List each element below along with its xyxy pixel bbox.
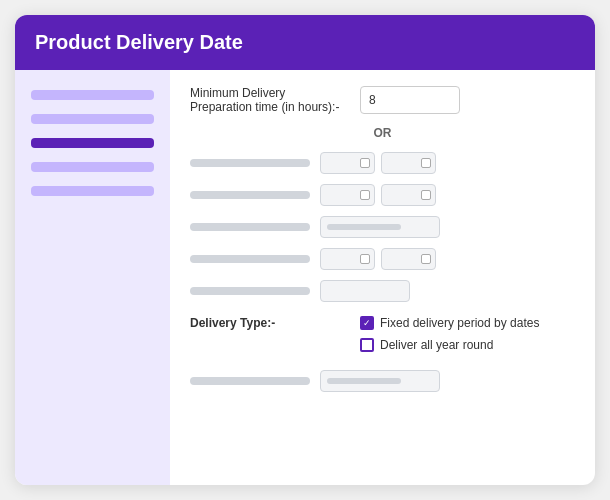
sidebar bbox=[15, 70, 170, 485]
single-input-3[interactable] bbox=[320, 216, 440, 238]
min-delivery-row: Minimum Delivery Preparation time (in ho… bbox=[190, 86, 575, 114]
card-body: Minimum Delivery Preparation time (in ho… bbox=[15, 70, 595, 485]
page-title: Product Delivery Date bbox=[35, 31, 575, 54]
min-delivery-input[interactable] bbox=[360, 86, 460, 114]
radio-all-year[interactable] bbox=[360, 338, 374, 352]
checkbox-1b bbox=[421, 158, 431, 168]
row-placeholder-4 bbox=[190, 255, 310, 263]
sidebar-item-5[interactable] bbox=[31, 186, 154, 196]
sidebar-item-1[interactable] bbox=[31, 90, 154, 100]
config-row-4 bbox=[190, 248, 575, 270]
row-placeholder-2 bbox=[190, 191, 310, 199]
inner-line-3 bbox=[327, 224, 401, 230]
last-input[interactable] bbox=[320, 370, 440, 392]
small-input-1b[interactable] bbox=[381, 152, 436, 174]
delivery-options: ✓ Fixed delivery period by dates Deliver… bbox=[360, 316, 539, 356]
delivery-option-1[interactable]: ✓ Fixed delivery period by dates bbox=[360, 316, 539, 330]
row-placeholder-5 bbox=[190, 287, 310, 295]
checkbox-1a bbox=[360, 158, 370, 168]
sidebar-item-2[interactable] bbox=[31, 114, 154, 124]
row-placeholder-last bbox=[190, 377, 310, 385]
or-divider: OR bbox=[190, 126, 575, 140]
sidebar-item-4[interactable] bbox=[31, 162, 154, 172]
main-content: Minimum Delivery Preparation time (in ho… bbox=[170, 70, 595, 485]
radio-fixed-delivery[interactable]: ✓ bbox=[360, 316, 374, 330]
delivery-option-2[interactable]: Deliver all year round bbox=[360, 338, 539, 352]
inner-line-last bbox=[327, 378, 401, 384]
config-row-3 bbox=[190, 216, 575, 238]
small-input-4a[interactable] bbox=[320, 248, 375, 270]
row-placeholder-1 bbox=[190, 159, 310, 167]
config-row-1 bbox=[190, 152, 575, 174]
card-header: Product Delivery Date bbox=[15, 15, 595, 70]
checkbox-2b bbox=[421, 190, 431, 200]
small-input-1a[interactable] bbox=[320, 152, 375, 174]
product-delivery-card: Product Delivery Date Minimum Delivery P… bbox=[15, 15, 595, 485]
checkbox-4a bbox=[360, 254, 370, 264]
delivery-type-row: Delivery Type:- ✓ Fixed delivery period … bbox=[190, 316, 575, 356]
sidebar-item-3[interactable] bbox=[31, 138, 154, 148]
check-icon: ✓ bbox=[363, 319, 371, 328]
checkbox-2a bbox=[360, 190, 370, 200]
row-placeholder-3 bbox=[190, 223, 310, 231]
small-input-2b[interactable] bbox=[381, 184, 436, 206]
single-input-5[interactable] bbox=[320, 280, 410, 302]
input-group-1a bbox=[320, 152, 436, 174]
input-group-4a bbox=[320, 248, 436, 270]
small-input-2a[interactable] bbox=[320, 184, 375, 206]
config-row-5 bbox=[190, 280, 575, 302]
delivery-option-1-label: Fixed delivery period by dates bbox=[380, 316, 539, 330]
config-row-2 bbox=[190, 184, 575, 206]
last-row bbox=[190, 370, 575, 392]
delivery-type-label: Delivery Type:- bbox=[190, 316, 350, 330]
small-input-4b[interactable] bbox=[381, 248, 436, 270]
checkbox-4b bbox=[421, 254, 431, 264]
delivery-option-2-label: Deliver all year round bbox=[380, 338, 493, 352]
min-delivery-label: Minimum Delivery Preparation time (in ho… bbox=[190, 86, 350, 114]
input-group-2a bbox=[320, 184, 436, 206]
